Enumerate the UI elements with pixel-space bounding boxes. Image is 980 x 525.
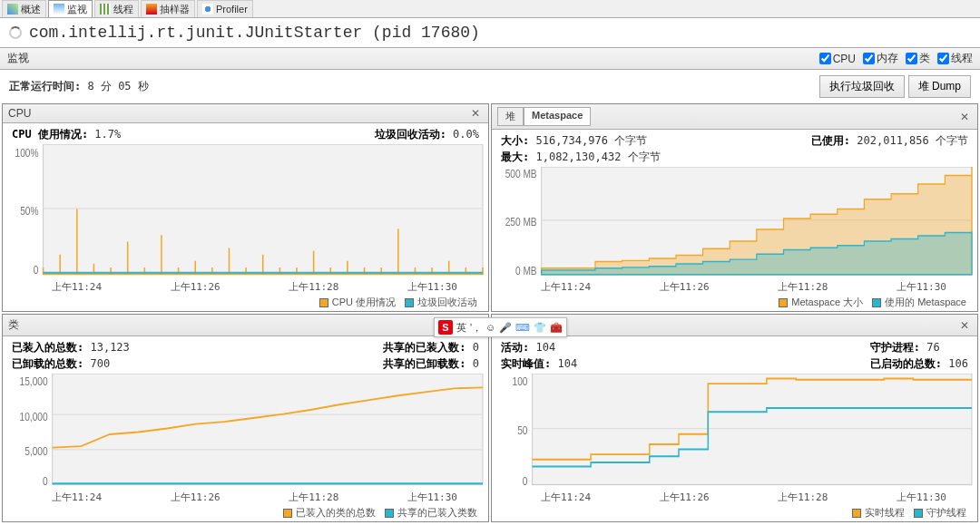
ime-keyboard-icon[interactable]: ⌨ (515, 322, 530, 334)
panels-grid: CPU ✕ CPU 使用情况: 1.7% 垃圾回收活动: 0.0% 100% 5… (0, 103, 980, 522)
check-memory-input[interactable] (863, 53, 875, 64)
panel-cpu-header: CPU ✕ (3, 104, 488, 123)
action-buttons: 执行垃圾回收 堆 Dump (819, 75, 971, 98)
xaxis-label: 上午11:26 (171, 491, 220, 504)
chart-memory-xaxis: 上午11:24 上午11:26 上午11:28 上午11:30 (495, 280, 974, 294)
swatch-icon (385, 509, 394, 518)
threads-peak-value: 104 (557, 357, 577, 370)
cpu-usage: CPU 使用情况: 1.7% (12, 127, 121, 142)
threads-live-label: 活动: (501, 341, 529, 354)
threads-started: 已启动的总数: 106 (870, 356, 968, 372)
classes-shared-unloaded-value: 0 (473, 357, 479, 370)
check-classes-input[interactable] (906, 53, 917, 64)
memory-tabs: 堆 Metaspace (497, 107, 591, 126)
threads-daemon-label: 守护进程: (870, 341, 920, 354)
legend-label: 共享的已装入类数 (397, 506, 477, 520)
panel-threads-close[interactable]: ✕ (957, 319, 972, 332)
panel-memory: 堆 Metaspace ✕ 大小: 516,734,976 个字节 最大: 1,… (491, 103, 978, 312)
check-memory[interactable]: 内存 (863, 51, 898, 66)
tab-threads[interactable]: 线程 (94, 0, 139, 17)
ime-sep: '， (470, 321, 482, 335)
panel-cpu-close[interactable]: ✕ (468, 107, 483, 120)
swatch-icon (283, 509, 292, 518)
swatch-icon (914, 509, 923, 518)
threads-peak: 实时峰值: 104 (501, 356, 577, 372)
tab-profiler[interactable]: Profiler (197, 0, 253, 17)
ime-mic-icon[interactable]: 🎤 (499, 322, 512, 334)
ime-tool-icon[interactable]: 🧰 (550, 322, 563, 334)
swatch-icon (852, 509, 861, 518)
legend-label: 实时线程 (865, 506, 905, 520)
check-classes[interactable]: 类 (906, 51, 930, 66)
classes-loaded-label: 已装入的总数: (12, 341, 83, 354)
xaxis-label: 上午11:28 (289, 280, 338, 294)
chart-classes-svg: 15,000 10,000 5,000 0 (6, 374, 485, 491)
subtitle-row: 监视 CPU 内存 类 线程 (0, 47, 980, 70)
monitor-icon (54, 4, 64, 15)
memory-tab-heap[interactable]: 堆 (497, 107, 524, 126)
xaxis-label: 上午11:26 (660, 280, 710, 294)
mem-max-label: 最大: (501, 151, 529, 163)
legend-item: 使用的 Metaspace (872, 296, 966, 309)
classes-shared-loaded-label: 共享的已装入数: (383, 341, 466, 354)
chart-cpu: 100% 50% 0 上午11:24 上午11:26 上午11:28 上午11:… (3, 144, 488, 311)
top-tabs-bar: 概述 监视 线程 抽样器 Profiler (0, 0, 980, 18)
tab-monitor[interactable]: 监视 (48, 0, 93, 17)
panel-cpu-stats: CPU 使用情况: 1.7% 垃圾回收活动: 0.0% (3, 123, 488, 144)
xaxis-label: 上午11:26 (660, 491, 710, 504)
threads-started-label: 已启动的总数: (870, 357, 942, 370)
panel-memory-stats: 大小: 516,734,976 个字节 最大: 1,082,130,432 个字… (492, 130, 977, 167)
cpu-usage-value: 1.7% (94, 128, 121, 141)
tab-sampler[interactable]: 抽样器 (141, 0, 195, 17)
svg-text:100%: 100% (15, 145, 39, 160)
tab-overview[interactable]: 概述 (2, 0, 46, 17)
xaxis-label: 上午11:24 (52, 491, 102, 504)
sampler-icon (146, 4, 157, 15)
svg-text:0 MB: 0 MB (515, 265, 537, 277)
legend-item: Metaspace 大小 (779, 296, 863, 309)
check-cpu[interactable]: CPU (819, 53, 856, 65)
memory-tab-metaspace[interactable]: Metaspace (524, 107, 591, 126)
check-threads-label: 线程 (951, 51, 973, 66)
panel-memory-header: 堆 Metaspace ✕ (492, 104, 977, 130)
swatch-icon (405, 298, 414, 307)
svg-text:500 MB: 500 MB (505, 169, 537, 180)
threads-daemon-value: 76 (926, 341, 939, 354)
profiler-icon (202, 4, 213, 15)
panel-cpu-title: CPU (8, 107, 31, 120)
title-row: com.intellij.rt.junit.JUnitStarter (pid … (0, 18, 980, 47)
legend-item: 守护线程 (914, 506, 966, 520)
classes-unloaded-label: 已卸载的总数: (12, 357, 83, 370)
legend-label: Metaspace 大小 (791, 296, 863, 309)
chart-cpu-svg: 100% 50% 0 (6, 144, 485, 280)
swatch-icon (319, 298, 328, 307)
ime-skin-icon[interactable]: 👕 (534, 322, 546, 334)
panel-classes-header: 类 ✕ (3, 315, 488, 336)
xaxis-label: 上午11:26 (171, 280, 220, 294)
ime-lang[interactable]: 英 (456, 321, 466, 335)
check-threads[interactable]: 线程 (937, 51, 973, 66)
classes-shared-loaded-value: 0 (473, 341, 479, 354)
check-threads-input[interactable] (937, 53, 949, 64)
gc-button[interactable]: 执行垃圾回收 (819, 75, 905, 98)
chart-threads-legend: 实时线程 守护线程 (495, 504, 974, 521)
svg-rect-0 (44, 144, 483, 274)
uptime: 正常运行时间: 8 分 05 秒 (9, 79, 149, 94)
ime-emoji-icon[interactable]: ☺ (485, 322, 495, 333)
overview-icon (7, 4, 18, 15)
checks-row: CPU 内存 类 线程 (819, 51, 973, 66)
mem-size-label: 大小: (501, 134, 529, 147)
panel-memory-close[interactable]: ✕ (957, 111, 972, 123)
legend-item: 已装入的类的总数 (283, 506, 376, 520)
heap-dump-button[interactable]: 堆 Dump (908, 75, 971, 98)
threads-peak-label: 实时峰值: (501, 357, 551, 370)
cpu-usage-label: CPU 使用情况: (12, 128, 88, 141)
xaxis-label: 上午11:30 (897, 280, 946, 294)
legend-label: 垃圾回收活动 (417, 296, 477, 309)
check-cpu-input[interactable] (819, 53, 831, 64)
ime-toolbar[interactable]: S 英 '， ☺ 🎤 ⌨ 👕 🧰 (434, 317, 567, 337)
panel-classes-stats: 已装入的总数: 13,123 已卸载的总数: 700 共享的已装入数: 0 共享… (3, 336, 488, 374)
mem-used-label: 已使用: (811, 134, 850, 147)
svg-text:250 MB: 250 MB (505, 216, 537, 228)
classes-loaded: 已装入的总数: 13,123 (12, 340, 130, 355)
